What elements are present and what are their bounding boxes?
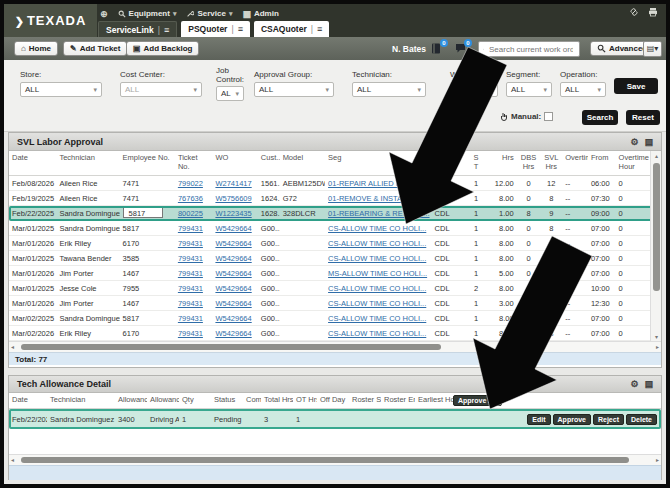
column-header[interactable]: Ticket No. [175, 151, 213, 175]
save-button[interactable]: Save [614, 78, 658, 94]
link-ticket[interactable]: 799431 [178, 314, 203, 323]
column-header[interactable]: Cust... [258, 151, 280, 175]
link-seg[interactable]: 01-REBEARING & RESEAL'... [328, 209, 429, 218]
column-header[interactable]: WO [212, 151, 257, 175]
store-select[interactable]: ALL▾ [20, 82, 102, 97]
table-row[interactable]: Mar/02/2026Erik Riley6170799431W5429664G… [9, 326, 661, 341]
edit-button[interactable]: Edit [527, 414, 550, 425]
columns-icon[interactable]: ▤ [644, 137, 653, 147]
link-wo[interactable]: W5429664 [215, 239, 251, 248]
scrollbar-thumb[interactable] [21, 344, 441, 350]
column-header[interactable]: Roster Start [349, 393, 381, 408]
column-header[interactable]: Allowance C... [115, 393, 147, 408]
column-header[interactable]: Overtime [562, 151, 588, 175]
column-header[interactable]: S T [467, 151, 485, 175]
column-header[interactable]: Com... [243, 393, 261, 408]
search-button[interactable]: Search [582, 110, 618, 125]
link-wo[interactable]: W5429664 [215, 299, 251, 308]
link-wo[interactable]: W5429664 [215, 314, 251, 323]
menu-equipment[interactable]: Equipment▾ [118, 9, 177, 18]
operation-select[interactable]: ALL▾ [560, 82, 606, 97]
home-button[interactable]: ⌂Home [14, 41, 58, 56]
add-backlog-button[interactable]: ▣Add Backlog [126, 41, 199, 56]
scroll-right-icon[interactable]: ▸ [656, 455, 659, 465]
link-wo[interactable]: W1223435 [215, 209, 251, 218]
plus-circle-icon[interactable]: ⊕ [100, 9, 108, 19]
horizontal-scrollbar[interactable]: ◂ ▸ [9, 454, 661, 465]
search-input[interactable] [487, 44, 575, 55]
link-wo[interactable]: W5429664 [215, 254, 251, 263]
link-seg[interactable]: CS-ALLOW TIME CO HOLI... [328, 284, 426, 293]
menu-admin[interactable]: ▦ Admin [242, 9, 278, 19]
link-ticket[interactable]: 799022 [178, 179, 203, 188]
link-seg[interactable]: 01-REMOVE & INSTALL/RE... [328, 194, 429, 203]
work-center-select[interactable]: ALL▾ [450, 82, 498, 97]
link-ticket[interactable]: 767636 [178, 194, 203, 203]
reset-button[interactable]: Reset [626, 110, 660, 125]
reject-button[interactable]: Reject [593, 414, 624, 425]
allowance-row[interactable]: Feb/22/2025Sandra Dominguez3400Driving A… [9, 409, 661, 429]
tab-csaquoter[interactable]: CSAQuoter|≡ [254, 21, 329, 37]
link-ticket[interactable]: 799431 [178, 299, 203, 308]
column-header[interactable]: Status [211, 393, 243, 408]
list-menu-button[interactable]: ▤▾ [643, 41, 662, 57]
approve-all-button[interactable]: Approve All [453, 395, 502, 406]
link-seg[interactable]: 01-REPAIR ALLIED EQUIP... [328, 179, 424, 188]
column-header[interactable]: Op [432, 151, 468, 175]
link-seg[interactable]: CS-ALLOW TIME CO HOLI... [328, 314, 426, 323]
table-row[interactable]: Mar/01/2025Sandra Dominguez5817799431W54… [9, 221, 661, 236]
link-ticket[interactable]: 799431 [178, 224, 203, 233]
link-icon[interactable] [629, 7, 639, 17]
scroll-up-icon[interactable]: ▴ [651, 152, 661, 159]
columns-icon[interactable]: ▤ [644, 379, 653, 389]
approve-button[interactable]: Approve [553, 414, 591, 425]
scroll-right-icon[interactable]: ▸ [656, 342, 659, 352]
column-header[interactable]: Qty [179, 393, 211, 408]
hamburger-icon[interactable]: ≡ [238, 24, 243, 34]
hamburger-icon[interactable]: ≡ [317, 24, 322, 34]
table-row[interactable]: Mar/01/2026Jim Porter1467799431W5429664G… [9, 266, 661, 281]
link-wo[interactable]: W5756609 [215, 194, 251, 203]
table-row[interactable]: Mar/01/2025Tawana Bender3585799431W54296… [9, 251, 661, 266]
column-header[interactable]: Roster End [381, 393, 415, 408]
scrollbar-thumb[interactable] [21, 457, 629, 463]
delete-button[interactable]: Delete [626, 414, 657, 425]
link-ticket[interactable]: 799431 [178, 329, 203, 338]
tab-servicelink[interactable]: ServiceLink|≡ [98, 21, 177, 37]
column-header[interactable]: SVL Hrs [540, 151, 562, 175]
column-header[interactable]: Total Hrs [261, 393, 293, 408]
column-header[interactable]: Seg [325, 151, 432, 175]
scroll-left-icon[interactable]: ◂ [11, 342, 14, 352]
column-header[interactable]: Model [280, 151, 325, 175]
menu-service[interactable]: Service▾ [186, 9, 232, 18]
link-seg[interactable]: CS-ALLOW TIME CO HOLI... [328, 224, 426, 233]
manual-checkbox[interactable] [544, 112, 553, 121]
link-seg[interactable]: MS-ALLOW TIME CO HOLI... [328, 269, 427, 278]
table-row[interactable]: Mar/01/2026Erik Riley6170799431W5429664G… [9, 236, 661, 251]
link-wo[interactable]: W5429664 [215, 269, 251, 278]
gear-icon[interactable]: ⚙ [630, 379, 638, 389]
horizontal-scrollbar[interactable]: ◂ ▸ [9, 341, 661, 352]
column-header[interactable]: Earliest Hour [415, 393, 453, 408]
add-ticket-button[interactable]: ✎Add Ticket [63, 41, 127, 56]
column-header[interactable]: OT Hrs [293, 393, 317, 408]
approval-group-select[interactable]: ALL▾ [254, 82, 334, 97]
printer-icon[interactable] [648, 7, 658, 17]
link-seg[interactable]: CS-ALLOW TIME CO HOLI... [328, 329, 426, 338]
link-ticket[interactable]: 800225 [178, 209, 203, 218]
column-header[interactable]: Technician [47, 393, 115, 408]
vertical-scrollbar[interactable]: ▴ ▾ [650, 151, 661, 341]
table-row[interactable]: Feb/22/2025Sandra Dominguez5817800225W12… [9, 206, 661, 221]
gear-icon[interactable]: ⚙ [630, 137, 638, 147]
table-row[interactable]: Feb/08/2026Aileen Rice7471799022W2741417… [9, 176, 661, 191]
link-ticket[interactable]: 799431 [178, 269, 203, 278]
table-row[interactable]: Mar/01/2026Jim Porter1467799431W5429664G… [9, 296, 661, 311]
link-ticket[interactable]: 799431 [178, 284, 203, 293]
table-row[interactable]: Feb/19/2025Aileen Rice7471767636W5756609… [9, 191, 661, 206]
link-seg[interactable]: CS-ALLOW TIME CO HOLI... [328, 299, 426, 308]
column-header[interactable]: Off Day [317, 393, 349, 408]
cost-center-select[interactable]: ALL▾ [120, 82, 202, 97]
scroll-left-icon[interactable]: ◂ [11, 455, 14, 465]
hamburger-icon[interactable]: ≡ [164, 25, 169, 35]
work-order-search[interactable] [478, 41, 580, 57]
